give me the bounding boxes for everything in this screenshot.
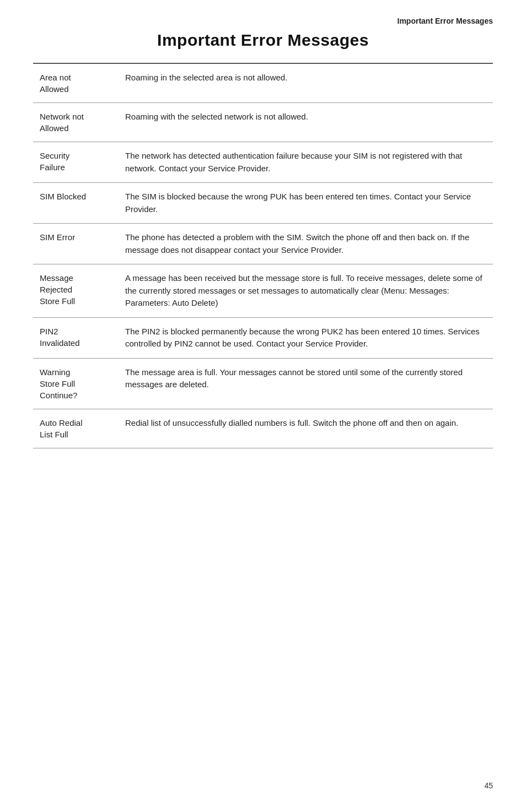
page-container: Important Error Messages Important Error… [0, 0, 526, 812]
table-row: Area notAllowedRoaming in the selected a… [33, 63, 493, 103]
error-name: SecurityFailure [33, 142, 119, 183]
error-name: PIN2Invalidated [33, 317, 119, 358]
error-name: Network notAllowed [33, 103, 119, 142]
error-description: The SIM is blocked because the wrong PUK… [119, 183, 493, 224]
error-description: Roaming with the selected network is not… [119, 103, 493, 142]
table-row: Auto RedialList FullRedial list of unsuc… [33, 409, 493, 448]
page-number: 45 [484, 781, 493, 790]
table-row: MessageRejectedStore FullA message has b… [33, 264, 493, 318]
header-right-text: Important Error Messages [33, 17, 493, 25]
error-description: The PIN2 is blocked permanently because … [119, 317, 493, 358]
page-title: Important Error Messages [33, 31, 493, 50]
error-description: The phone has detected a problem with th… [119, 224, 493, 264]
table-row: SIM BlockedThe SIM is blocked because th… [33, 183, 493, 224]
error-description: Redial list of unsuccessfully dialled nu… [119, 409, 493, 448]
table-row: SIM ErrorThe phone has detected a proble… [33, 224, 493, 264]
error-name: WarningStore FullContinue? [33, 358, 119, 409]
error-name: SIM Error [33, 224, 119, 264]
error-name: Area notAllowed [33, 63, 119, 103]
error-description: Roaming in the selected area is not allo… [119, 63, 493, 103]
error-description: The message area is full. Your messages … [119, 358, 493, 409]
error-name: SIM Blocked [33, 183, 119, 224]
error-description: The network has detected authentication … [119, 142, 493, 183]
table-row: Network notAllowedRoaming with the selec… [33, 103, 493, 142]
table-row: PIN2InvalidatedThe PIN2 is blocked perma… [33, 317, 493, 358]
error-name: Auto RedialList Full [33, 409, 119, 448]
error-description: A message has been received but the mess… [119, 264, 493, 318]
error-table: Area notAllowedRoaming in the selected a… [33, 63, 493, 448]
table-row: SecurityFailureThe network has detected … [33, 142, 493, 183]
table-row: WarningStore FullContinue?The message ar… [33, 358, 493, 409]
error-name: MessageRejectedStore Full [33, 264, 119, 318]
